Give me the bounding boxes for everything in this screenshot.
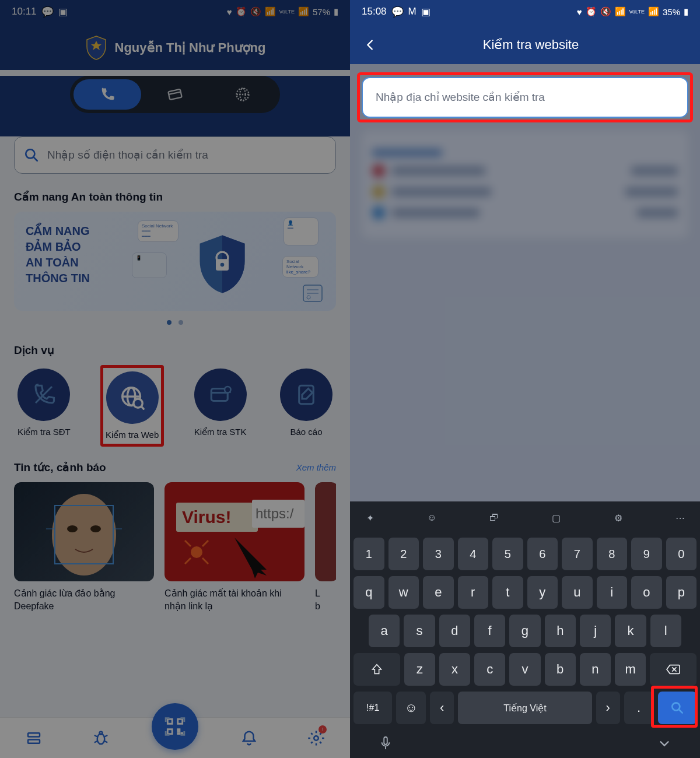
- nav-home[interactable]: [18, 722, 50, 755]
- nav-notifications[interactable]: [233, 722, 265, 755]
- svg-line-38: [185, 558, 191, 564]
- kb-key[interactable]: n: [580, 653, 611, 686]
- news-card-virus[interactable]: Virus! https:/ Cảnh giác mất tài khoản k…: [164, 482, 304, 612]
- kb-clipboard-icon[interactable]: ▢: [545, 507, 566, 528]
- lte-icon: VoLTE: [629, 9, 645, 15]
- keyboard: ✦ ☺ 🗗 ▢ ⚙ ⋯ 1 2 3 4 5 6 7 8 9 0 q w: [350, 501, 700, 758]
- kb-key[interactable]: q: [354, 576, 384, 609]
- kb-key[interactable]: b: [545, 653, 576, 686]
- kb-emoji-icon[interactable]: ☺: [421, 507, 442, 528]
- segment-phone[interactable]: [74, 79, 141, 110]
- news-card-deepfake[interactable]: Cảnh giác lừa đảo bằng Deepfake: [14, 482, 154, 612]
- svg-line-43: [94, 735, 97, 737]
- view-more-link[interactable]: Xem thêm: [296, 462, 336, 472]
- service-label: Kiểm tra Web: [106, 430, 159, 440]
- kb-key[interactable]: 1: [354, 538, 384, 570]
- kb-key[interactable]: m: [615, 653, 646, 686]
- kb-mic-icon[interactable]: [379, 736, 392, 751]
- kb-magic-icon[interactable]: ✦: [359, 507, 380, 528]
- signal-icon: 📶: [648, 6, 659, 17]
- kb-gif-icon[interactable]: 🗗: [484, 507, 505, 528]
- back-button[interactable]: [362, 36, 379, 54]
- svg-point-27: [90, 525, 101, 532]
- svg-line-36: [185, 541, 191, 546]
- service-check-phone[interactable]: Kiểm tra SĐT: [14, 365, 74, 447]
- handbook-banner[interactable]: CẨM NANG ĐẢM BẢO AN TOÀN THÔNG TIN Socia…: [14, 212, 336, 311]
- banner-dot[interactable]: [178, 320, 183, 325]
- kb-key[interactable]: t: [492, 576, 523, 609]
- kb-key[interactable]: 8: [597, 538, 628, 570]
- kb-key[interactable]: 7: [562, 538, 593, 570]
- kb-key[interactable]: f: [474, 615, 505, 647]
- battery-icon: ▮: [334, 6, 338, 17]
- kb-shift-key[interactable]: [354, 653, 400, 686]
- kb-key[interactable]: a: [369, 615, 400, 647]
- service-check-web[interactable]: Kiểm tra Web: [100, 365, 164, 447]
- kb-space-key[interactable]: Tiếng Việt: [458, 692, 592, 724]
- kb-key[interactable]: l: [650, 615, 681, 647]
- kb-period-key[interactable]: .: [624, 692, 654, 724]
- kb-key[interactable]: i: [597, 576, 628, 609]
- service-report[interactable]: Báo cáo: [276, 365, 336, 447]
- kb-key[interactable]: y: [527, 576, 558, 609]
- nav-bug[interactable]: [85, 722, 117, 755]
- kb-key[interactable]: w: [388, 576, 419, 609]
- phone-search-box[interactable]: [14, 136, 336, 174]
- svg-text:https:/: https:/: [256, 506, 294, 521]
- kb-lang-next-key[interactable]: ›: [596, 692, 620, 724]
- kb-key[interactable]: 9: [631, 538, 662, 570]
- banner-dot[interactable]: [167, 320, 172, 325]
- heart-icon: ♥: [227, 7, 232, 17]
- kb-key[interactable]: 3: [423, 538, 454, 570]
- kb-backspace-key[interactable]: [650, 653, 696, 686]
- kb-key[interactable]: 4: [458, 538, 489, 570]
- keyboard-footer: [350, 729, 700, 758]
- kb-more-icon[interactable]: ⋯: [670, 507, 691, 528]
- kb-key[interactable]: j: [580, 615, 611, 647]
- website-url-input[interactable]: [362, 77, 688, 118]
- kb-key[interactable]: g: [509, 615, 540, 647]
- kb-key[interactable]: o: [631, 576, 662, 609]
- kb-key[interactable]: s: [404, 615, 435, 647]
- svg-text:Virus!: Virus!: [182, 507, 231, 527]
- status-bar-left: 10:11 💬 ▣ ♥ ⏰ 🔇 📶 VoLTE 📶 57% ▮: [0, 0, 350, 23]
- news-caption: Cảnh giác mất tài khoản khi nhận link lạ: [164, 587, 304, 612]
- kb-a-row: a s d f g h j k l: [354, 615, 696, 647]
- kb-key[interactable]: r: [458, 576, 489, 609]
- kb-key[interactable]: x: [439, 653, 470, 686]
- kb-key[interactable]: e: [423, 576, 454, 609]
- kb-key[interactable]: 2: [388, 538, 419, 570]
- kb-collapse-icon[interactable]: [658, 737, 671, 750]
- kb-settings-icon[interactable]: ⚙: [608, 507, 629, 528]
- wifi-icon: 📶: [265, 6, 276, 17]
- kb-key[interactable]: d: [439, 615, 470, 647]
- kb-key[interactable]: h: [545, 615, 576, 647]
- kb-key[interactable]: k: [615, 615, 646, 647]
- keyboard-toolbar: ✦ ☺ 🗗 ▢ ⚙ ⋯: [350, 501, 700, 534]
- kb-key[interactable]: z: [404, 653, 435, 686]
- phone-search-input[interactable]: [47, 149, 326, 162]
- kb-key[interactable]: p: [666, 576, 697, 609]
- segment-card[interactable]: [141, 79, 209, 110]
- service-check-account[interactable]: Kiểm tra STK: [191, 365, 250, 447]
- svg-line-46: [104, 741, 107, 743]
- kb-symbols-key[interactable]: !#1: [354, 692, 392, 724]
- segment-globe[interactable]: [209, 79, 276, 110]
- kb-lang-prev-key[interactable]: ‹: [430, 692, 454, 724]
- nav-settings[interactable]: !: [300, 722, 332, 755]
- kb-emoji-key[interactable]: ☺: [396, 692, 426, 724]
- kb-key[interactable]: v: [509, 653, 540, 686]
- svg-point-42: [97, 734, 105, 744]
- kb-key[interactable]: u: [562, 576, 593, 609]
- kb-search-key[interactable]: [658, 692, 696, 724]
- mute-icon: 🔇: [600, 6, 611, 17]
- nav-qr-scan[interactable]: [152, 703, 198, 750]
- kb-key[interactable]: 0: [666, 538, 697, 570]
- svg-line-19: [141, 406, 144, 409]
- news-card-partial[interactable]: L b: [315, 482, 336, 612]
- kb-key[interactable]: c: [474, 653, 505, 686]
- kb-key[interactable]: 6: [527, 538, 558, 570]
- kb-key[interactable]: 5: [492, 538, 523, 570]
- svg-line-39: [202, 558, 208, 564]
- kb-z-row: z x c v b n m: [354, 653, 696, 686]
